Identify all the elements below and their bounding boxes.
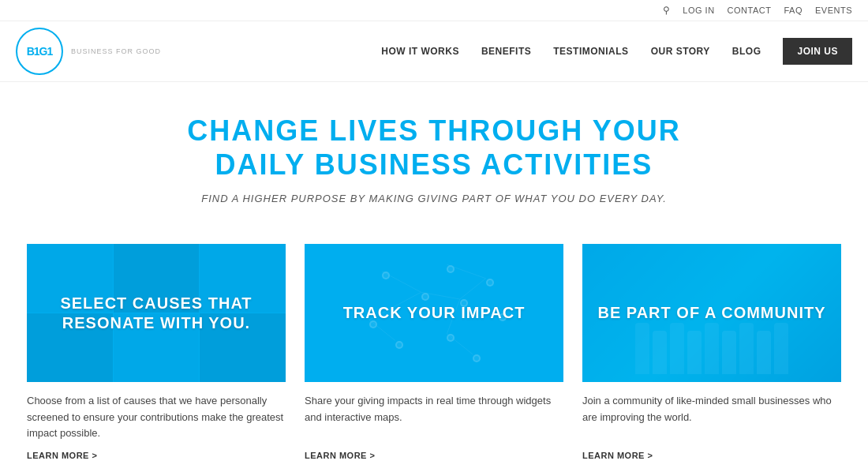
card-community-image: BE PART OF A COMMUNITY (582, 244, 841, 382)
hero-headline: CHANGE LIVES THROUGH YOUR DAILY BUSINESS… (16, 114, 852, 182)
contact-link[interactable]: CONTACT (728, 6, 772, 15)
hero-subheadline: FIND A HIGHER PURPOSE BY MAKING GIVING P… (16, 193, 852, 204)
card-community-link[interactable]: LEARN MORE > (582, 451, 841, 461)
hero-section: CHANGE LIVES THROUGH YOUR DAILY BUSINESS… (0, 82, 868, 220)
login-link[interactable]: LOG IN (683, 6, 714, 15)
nav-blog[interactable]: BLOG (732, 46, 761, 57)
nav-benefits[interactable]: BENEFITS (481, 46, 531, 57)
card-community: BE PART OF A COMMUNITY Join a community … (582, 244, 841, 460)
cards-section: SELECT CAUSES THAT RESONATE WITH YOU. Ch… (0, 220, 868, 472)
logo-tagline: BUSINESS FOR GOOD (71, 47, 161, 55)
nav-how-it-works[interactable]: HOW IT WORKS (381, 46, 459, 57)
faq-link[interactable]: FAQ (784, 6, 803, 15)
top-bar: ⚲ LOG IN CONTACT FAQ EVENTS (0, 0, 868, 21)
search-icon[interactable]: ⚲ (663, 5, 670, 16)
card-impact-link[interactable]: LEARN MORE > (305, 451, 563, 461)
card-impact-title: TRACK YOUR IMPACT (335, 295, 533, 331)
card-impact: TRACK YOUR IMPACT Share your giving impa… (305, 244, 563, 460)
card-impact-image: TRACK YOUR IMPACT (305, 244, 563, 382)
card3-overlay: BE PART OF A COMMUNITY (582, 244, 841, 382)
join-us-button[interactable]: JOIN US (783, 38, 852, 65)
nav-testimonials[interactable]: TESTIMONIALS (553, 46, 628, 57)
card-community-title: BE PART OF A COMMUNITY (589, 295, 833, 331)
card-causes: SELECT CAUSES THAT RESONATE WITH YOU. Ch… (27, 244, 286, 460)
main-nav: B1G1 BUSINESS FOR GOOD HOW IT WORKS BENE… (0, 21, 868, 82)
card-causes-link[interactable]: LEARN MORE > (27, 451, 286, 461)
card-impact-desc: Share your giving impacts in real time t… (305, 393, 563, 440)
card-community-desc: Join a community of like-minded small bu… (582, 393, 841, 440)
card1-overlay: SELECT CAUSES THAT RESONATE WITH YOU. (27, 244, 286, 382)
events-link[interactable]: EVENTS (815, 6, 852, 15)
main-navigation: HOW IT WORKS BENEFITS TESTIMONIALS OUR S… (381, 38, 852, 65)
logo-area[interactable]: B1G1 BUSINESS FOR GOOD (16, 28, 161, 75)
card2-overlay: TRACK YOUR IMPACT (305, 244, 563, 382)
card-causes-image: SELECT CAUSES THAT RESONATE WITH YOU. (27, 244, 286, 382)
nav-our-story[interactable]: OUR STORY (651, 46, 710, 57)
card-causes-desc: Choose from a list of causes that we hav… (27, 393, 286, 440)
card-causes-title: SELECT CAUSES THAT RESONATE WITH YOU. (27, 286, 286, 341)
logo-circle: B1G1 (16, 28, 63, 75)
